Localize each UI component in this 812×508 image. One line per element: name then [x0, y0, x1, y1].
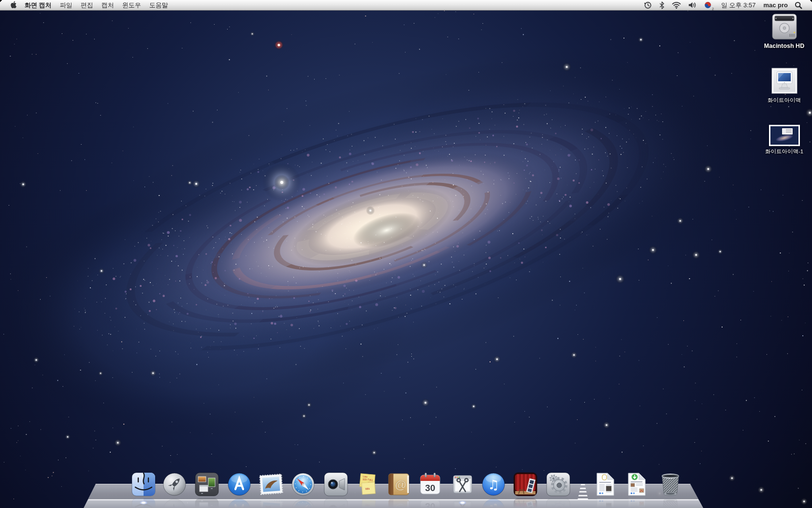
dock-address-book-icon[interactable]: @: [387, 472, 411, 497]
wallpaper-galaxy: [0, 0, 812, 508]
apple-menu-icon[interactable]: [10, 1, 17, 9]
thumbnail-dialog: [782, 128, 793, 134]
running-indicator-grab: [459, 501, 466, 505]
dock-facetime-icon[interactable]: [324, 472, 348, 497]
dock-shelf-edge: [88, 499, 698, 500]
menu-bar: 화면 캡처 파일 편집 캡처 윈도우 도움말: [0, 0, 812, 11]
desktop-icon-label: Macintosh HD: [764, 43, 804, 50]
spotlight-icon[interactable]: [795, 1, 802, 9]
menu-item-edit[interactable]: 편집: [81, 1, 93, 10]
image-file-screenshot-icon: [769, 125, 800, 146]
menu-account-name[interactable]: mac pro: [763, 1, 788, 9]
dock-photo-booth-icon[interactable]: [513, 472, 537, 497]
menu-item-help[interactable]: 도움말: [149, 1, 168, 10]
desktop-icon-white-imac[interactable]: 화이트아이맥: [759, 68, 810, 104]
time-machine-icon[interactable]: [644, 1, 652, 9]
svg-text:Milk: Milk: [365, 487, 370, 491]
dock-system-preferences-icon[interactable]: [546, 472, 570, 497]
dock-mission-control-icon[interactable]: [195, 472, 219, 497]
menu-item-file[interactable]: 파일: [60, 1, 72, 10]
screen-corner-right: [809, 0, 812, 3]
apple-logo-icon: [10, 1, 17, 9]
menu-item-capture[interactable]: 캡처: [102, 1, 114, 10]
bluetooth-icon[interactable]: [659, 1, 665, 9]
desktop-icon-label: 화이트아이맥-1: [765, 149, 803, 155]
menu-item-window[interactable]: 윈도우: [122, 1, 141, 10]
dock: Lisa 555-7361 8442 Milk @: [0, 455, 812, 508]
wifi-icon[interactable]: [672, 1, 681, 9]
dock-trash-icon[interactable]: [658, 472, 682, 497]
dock-mail-icon[interactable]: [259, 472, 283, 497]
menu-clock[interactable]: 일 오후 3:57: [721, 1, 756, 10]
screen-corner-left: [0, 0, 3, 3]
input-source-badge: 2: [712, 7, 714, 11]
volume-icon[interactable]: [688, 1, 696, 9]
dock-launchpad-icon[interactable]: [162, 472, 187, 497]
image-file-imac-icon: [771, 68, 798, 95]
desktop-icon-white-imac-1[interactable]: 화이트아이맥-1: [759, 125, 810, 155]
dock-app-store-icon[interactable]: [227, 472, 251, 497]
running-indicator-finder: [140, 501, 147, 505]
dock-safari-icon[interactable]: [291, 472, 315, 497]
dock-grab-icon[interactable]: [450, 472, 475, 497]
dock-ical-icon[interactable]: 30: [418, 472, 442, 497]
menu-app-name[interactable]: 화면 캡처: [25, 1, 52, 10]
desktop-icon-label: 화이트아이맥: [768, 97, 801, 104]
svg-text:♫: ♫: [488, 477, 499, 492]
input-source-korean-flag-icon[interactable]: 2: [704, 1, 712, 9]
dock-stickies-icon[interactable]: Lisa 555-7361 8442 Milk: [356, 472, 380, 497]
svg-text:30: 30: [425, 483, 435, 493]
hard-drive-icon: [770, 13, 799, 41]
svg-text:@: @: [395, 478, 406, 491]
menu-bar-right: 2 일 오후 3:57 mac pro: [644, 0, 812, 10]
menu-bar-left: 화면 캡처 파일 편집 캡처 윈도우 도움말: [0, 0, 176, 10]
desktop-icon-macintosh-hd[interactable]: Macintosh HD: [759, 13, 810, 50]
dock-document-1-icon[interactable]: [594, 472, 617, 497]
dock-finder-icon[interactable]: [131, 472, 156, 497]
dock-document-2-icon[interactable]: [626, 472, 648, 497]
dock-itunes-icon[interactable]: ♫: [481, 472, 506, 497]
